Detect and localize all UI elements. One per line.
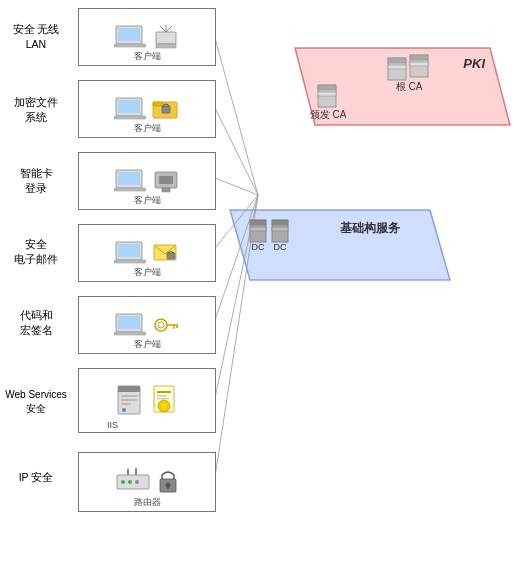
- box-web-services: IIS: [78, 368, 216, 433]
- laptop-icon-1: [114, 24, 146, 50]
- label-ip-sec: IP 安全: [2, 470, 70, 485]
- svg-rect-51: [121, 399, 137, 401]
- folder-lock-icon: [152, 96, 180, 122]
- svg-rect-37: [114, 260, 146, 263]
- issuing-ca-label: 颁发 CA: [310, 109, 347, 120]
- svg-rect-39: [167, 253, 175, 259]
- svg-rect-42: [114, 332, 146, 335]
- line-encrypted-fs: [215, 108, 258, 195]
- client-label-5: 客户端: [79, 338, 215, 351]
- svg-rect-18: [156, 32, 176, 44]
- svg-rect-52: [121, 403, 131, 405]
- svg-rect-59: [157, 398, 169, 400]
- svg-rect-28: [162, 106, 170, 113]
- certificate-icon: [150, 384, 180, 418]
- laptop-icon-2: [114, 96, 146, 122]
- svg-rect-49: [118, 386, 140, 392]
- label-secure-email: 安全电子邮件: [2, 237, 70, 266]
- key-icon: [152, 312, 180, 338]
- svg-rect-4: [410, 55, 428, 60]
- svg-rect-64: [127, 469, 129, 475]
- label-encrypted-fs: 加密文件系统: [2, 95, 70, 124]
- infra-label: 基础构服务: [340, 221, 401, 235]
- svg-rect-14: [272, 227, 288, 231]
- svg-line-19: [160, 26, 166, 32]
- label-code-sign: 代码和宏签名: [2, 308, 70, 337]
- svg-rect-17: [114, 44, 146, 47]
- label-smart-card: 智能卡登录: [2, 166, 70, 195]
- svg-rect-68: [167, 485, 169, 489]
- svg-rect-41: [118, 316, 140, 329]
- svg-rect-31: [114, 188, 146, 191]
- iis-label: IIS: [107, 420, 118, 430]
- dc1-label: DC: [252, 242, 265, 252]
- label-web-services: Web Services 安全: [0, 388, 72, 416]
- svg-rect-16: [118, 28, 140, 41]
- line-smart-card: [215, 178, 258, 195]
- box-ip-sec: 路由器: [78, 452, 216, 512]
- svg-rect-11: [250, 227, 266, 231]
- svg-rect-10: [250, 220, 266, 225]
- svg-rect-50: [121, 395, 137, 397]
- svg-point-56: [161, 403, 167, 409]
- box-secure-email: 客户端: [78, 224, 216, 282]
- client-label-3: 客户端: [79, 194, 215, 207]
- svg-line-21: [166, 26, 172, 32]
- dc2-label: DC: [274, 242, 287, 252]
- client-label-2: 客户端: [79, 122, 215, 135]
- svg-point-44: [158, 322, 164, 328]
- iis-icon: [114, 384, 144, 418]
- diagram-container: PKI 根 CA 颁发 CA 基础构服务 DC DC 安全: [0, 0, 515, 567]
- svg-rect-57: [157, 391, 171, 393]
- svg-point-43: [155, 319, 167, 331]
- svg-rect-5: [410, 62, 428, 66]
- line-secure-lan: [215, 38, 258, 195]
- svg-rect-24: [118, 100, 140, 113]
- svg-rect-13: [272, 220, 288, 225]
- svg-rect-25: [114, 116, 146, 119]
- laptop-icon-3: [114, 168, 146, 194]
- svg-rect-27: [153, 102, 163, 106]
- router-icon-1: [152, 24, 180, 50]
- pki-label: PKI: [463, 56, 485, 71]
- box-encrypted-fs: 客户端: [78, 80, 216, 138]
- svg-point-62: [128, 480, 132, 484]
- svg-rect-30: [118, 172, 140, 185]
- svg-rect-22: [156, 44, 176, 48]
- svg-point-61: [121, 480, 125, 484]
- svg-rect-7: [318, 85, 336, 90]
- svg-rect-33: [159, 176, 173, 184]
- client-label-1: 客户端: [79, 50, 215, 63]
- root-ca-label: 根 CA: [396, 81, 423, 92]
- lock-icon-2: [157, 468, 179, 496]
- router-icon-2: [115, 467, 151, 497]
- label-secure-lan: 安全 无线 LAN: [2, 22, 70, 51]
- svg-point-63: [135, 480, 139, 484]
- box-secure-lan: 客户端: [78, 8, 216, 66]
- laptop-icon-4: [114, 240, 146, 266]
- box-smart-card: 客户端: [78, 152, 216, 210]
- svg-rect-36: [118, 244, 140, 257]
- svg-rect-1: [388, 58, 406, 63]
- router-label: 路由器: [79, 496, 215, 509]
- svg-rect-34: [162, 188, 170, 192]
- email-lock-icon: [152, 240, 180, 266]
- client-label-4: 客户端: [79, 266, 215, 279]
- svg-rect-8: [318, 92, 336, 96]
- laptop-icon-5: [114, 312, 146, 338]
- svg-rect-58: [157, 395, 167, 397]
- svg-rect-65: [135, 468, 137, 475]
- smart-card-icon: [152, 168, 180, 194]
- box-code-sign: 客户端: [78, 296, 216, 354]
- svg-rect-2: [388, 65, 406, 69]
- svg-rect-53: [122, 408, 126, 412]
